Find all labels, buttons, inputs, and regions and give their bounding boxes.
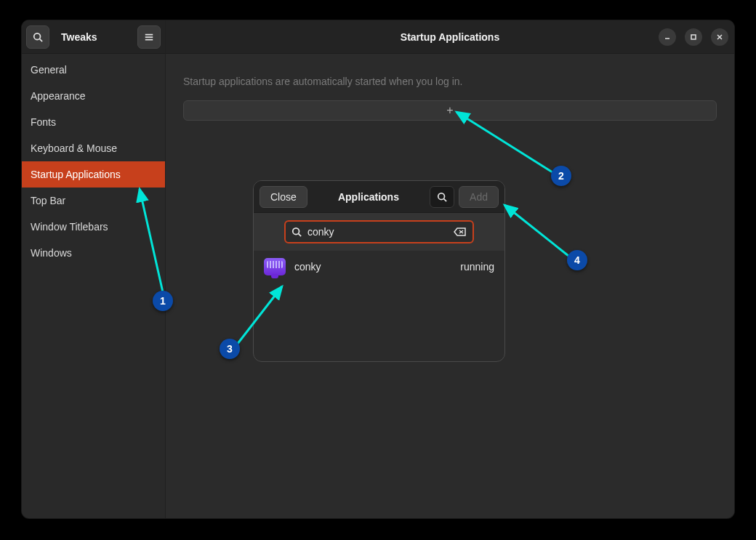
app-title: Tweaks [54, 31, 133, 43]
app-icon [264, 258, 286, 275]
clear-icon[interactable] [454, 227, 467, 237]
sidebar-item-label: Startup Applications [31, 169, 121, 180]
dialog-result-list: conky running [254, 251, 504, 361]
page-description: Startup applications are automatically s… [183, 76, 717, 87]
annotation-marker-3: 3 [220, 339, 240, 359]
maximize-icon [690, 33, 697, 41]
svg-line-12 [299, 234, 302, 237]
dialog-search-toggle[interactable] [430, 186, 454, 208]
sidebar-item-label: General [31, 64, 67, 76]
search-icon [291, 227, 302, 237]
sidebar-item-window-titlebars[interactable]: Window Titlebars [22, 214, 165, 240]
sidebar-items: General Appearance Fonts Keyboard & Mous… [22, 54, 165, 266]
button-label: Add [470, 191, 488, 203]
applications-dialog: Close Applications Add conky running [253, 180, 505, 362]
annotation-marker-4: 4 [567, 250, 587, 270]
window-controls [659, 28, 728, 46]
sidebar-item-startup-applications[interactable]: Startup Applications [22, 161, 165, 188]
close-icon [716, 33, 723, 41]
svg-line-1 [40, 39, 43, 41]
svg-point-0 [34, 33, 41, 39]
menu-button[interactable] [137, 25, 161, 49]
search-input[interactable] [307, 226, 448, 238]
search-button[interactable] [26, 25, 49, 49]
close-button[interactable] [711, 28, 728, 46]
dialog-close-button[interactable]: Close [260, 186, 307, 208]
main-header: Startup Applications [166, 20, 734, 54]
sidebar-item-top-bar[interactable]: Top Bar [22, 188, 165, 214]
hamburger-icon [144, 32, 154, 42]
sidebar-item-label: Window Titlebars [31, 221, 108, 233]
svg-line-10 [444, 198, 447, 201]
app-status: running [460, 261, 494, 273]
app-name: conky [294, 261, 321, 273]
sidebar-item-label: Windows [31, 247, 72, 259]
annotation-marker-2: 2 [551, 166, 571, 186]
search-icon [33, 32, 43, 42]
dialog-add-button[interactable]: Add [459, 186, 499, 208]
sidebar-item-label: Appearance [31, 90, 86, 102]
add-startup-app-button[interactable]: + [183, 100, 717, 121]
sidebar-item-general[interactable]: General [22, 57, 165, 83]
dialog-title: Applications [312, 191, 425, 203]
sidebar-item-appearance[interactable]: Appearance [22, 83, 165, 109]
sidebar-header: Tweaks [22, 20, 165, 54]
minimize-button[interactable] [659, 28, 676, 46]
sidebar: Tweaks General Appearance Fonts Keyboard… [22, 20, 166, 518]
sidebar-item-label: Fonts [31, 116, 56, 128]
main-body: Startup applications are automatically s… [166, 54, 734, 142]
dialog-header: Close Applications Add [254, 181, 504, 213]
sidebar-item-windows[interactable]: Windows [22, 240, 165, 266]
svg-point-11 [293, 228, 299, 235]
list-item[interactable]: conky running [254, 251, 504, 283]
plus-icon: + [446, 105, 453, 116]
svg-point-9 [438, 193, 445, 199]
sidebar-item-fonts[interactable]: Fonts [22, 109, 165, 135]
dialog-search-bar [254, 213, 504, 251]
sidebar-item-label: Top Bar [31, 195, 65, 206]
minimize-icon [664, 33, 671, 41]
search-icon [437, 192, 447, 202]
sidebar-item-keyboard-mouse[interactable]: Keyboard & Mouse [22, 135, 165, 161]
annotation-marker-1: 1 [153, 291, 173, 311]
svg-rect-6 [691, 35, 696, 39]
button-label: Close [270, 191, 297, 203]
sidebar-item-label: Keyboard & Mouse [31, 142, 117, 154]
page-title: Startup Applications [401, 31, 499, 43]
search-field[interactable] [284, 220, 474, 243]
maximize-button[interactable] [685, 28, 702, 46]
